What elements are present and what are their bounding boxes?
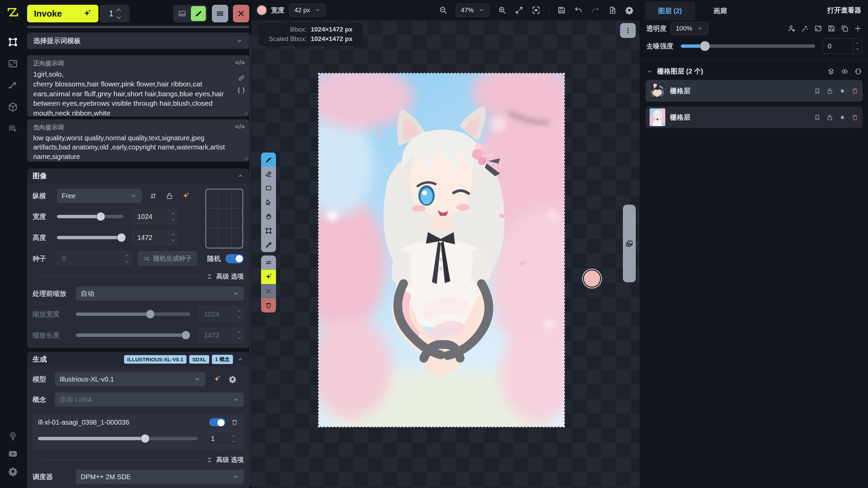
zoom-level-select[interactable]: 47% (456, 4, 490, 17)
step-down-icon[interactable] (172, 217, 175, 221)
queue-menu-button[interactable] (212, 5, 228, 22)
height-input[interactable]: 1472 (132, 230, 178, 245)
fit-bbox-icon[interactable] (532, 6, 540, 15)
color-picker-tool-button[interactable] (261, 238, 276, 252)
embedding-code-icon[interactable]: </> (235, 123, 245, 130)
delete-region-button[interactable] (261, 298, 276, 312)
undo-icon[interactable] (574, 6, 583, 15)
brush-width-select[interactable]: 42 px (289, 4, 326, 17)
add-lora-select[interactable]: 添加 LoRA (55, 392, 244, 407)
lock-aspect-icon[interactable] (165, 192, 174, 200)
aspect-select[interactable]: Free (57, 189, 142, 203)
model-settings-gear-icon[interactable] (229, 375, 237, 383)
group-frame-icon[interactable] (854, 68, 862, 75)
width-input[interactable]: 1024 (132, 209, 178, 224)
iterations-down-icon[interactable] (116, 14, 121, 19)
resize-handle[interactable] (242, 155, 248, 160)
nav-queue-tab[interactable] (7, 123, 18, 134)
merge-layers-icon[interactable] (827, 68, 835, 75)
scale-before-select[interactable]: 自动 (76, 286, 244, 301)
canvas-area[interactable]: 宽度 42 px 47% (251, 0, 640, 488)
save-canvas-icon[interactable] (557, 6, 566, 15)
braces-icon[interactable]: { } (238, 86, 245, 94)
youtube-icon[interactable] (8, 449, 18, 459)
nav-models-tab[interactable] (7, 102, 18, 113)
duplicate-layer-icon[interactable] (841, 24, 849, 33)
embedding-code-icon[interactable]: </> (235, 59, 245, 66)
image-section-header[interactable]: 图像 (27, 168, 249, 183)
step-up-icon[interactable] (172, 213, 175, 216)
generation-advanced-options[interactable]: 高级 选项 (33, 455, 244, 464)
scale-layer-icon[interactable] (814, 24, 822, 33)
height-slider[interactable] (57, 236, 123, 239)
brush-tool-button[interactable] (261, 152, 276, 167)
tab-layers[interactable]: 图层 (2) (645, 1, 695, 20)
negative-prompt-box[interactable]: 负向提示词 low quality,worst quality,normal q… (27, 119, 249, 162)
pan-tool-button[interactable] (261, 209, 276, 224)
swap-dimensions-icon[interactable] (149, 192, 157, 200)
step-up-icon[interactable] (232, 435, 236, 438)
invoke-sparkle-button[interactable] (261, 270, 276, 284)
send-to-gallery-button[interactable] (175, 6, 190, 21)
bookmark-icon[interactable] (814, 87, 821, 95)
positive-prompt-box[interactable]: 正向提示词 1girl,solo, cherry blossoms,hair f… (27, 55, 249, 117)
step-down-icon[interactable] (172, 238, 175, 242)
delete-layer-trash-icon[interactable] (851, 87, 859, 95)
nav-workflows-tab[interactable] (7, 80, 18, 91)
nav-upscaling-tab[interactable] (7, 58, 18, 69)
delete-layer-trash-icon[interactable] (851, 114, 859, 121)
model-select[interactable]: Illustrious-XL-v0.1 (55, 372, 205, 386)
zoom-in-icon[interactable] (498, 6, 507, 15)
filters-button[interactable] (261, 256, 276, 270)
lora-weight-input[interactable]: 1 (206, 432, 238, 445)
random-seed-toggle[interactable] (225, 254, 244, 263)
filter-layer-icon[interactable] (788, 24, 796, 33)
eraser-tool-button[interactable] (261, 167, 276, 181)
iterations-up-icon[interactable] (116, 8, 121, 13)
tab-gallery[interactable]: 画廊 (695, 1, 745, 20)
iterations-stepper[interactable]: 1 (100, 5, 130, 22)
denoise-slider[interactable] (681, 44, 815, 48)
open-viewer-link[interactable]: 打开查看器 (827, 6, 861, 15)
canvas-settings-gear-icon[interactable] (625, 6, 634, 15)
step-up-icon[interactable] (172, 234, 175, 237)
step-down-icon[interactable] (232, 439, 236, 443)
send-to-canvas-button[interactable] (191, 6, 206, 21)
layer-row[interactable]: 栅格层 (646, 80, 863, 102)
unlock-icon[interactable] (826, 114, 833, 121)
width-slider[interactable] (57, 215, 123, 218)
opacity-select[interactable]: 100% (671, 22, 708, 35)
transform-wand-icon[interactable] (801, 24, 809, 33)
slider-knob[interactable] (700, 41, 710, 51)
visibility-dot-icon[interactable] (839, 114, 846, 121)
lora-enabled-toggle[interactable] (209, 418, 225, 426)
bookmark-icon[interactable] (814, 114, 821, 121)
group-visibility-eye-icon[interactable] (841, 68, 848, 75)
brush-color-swatch[interactable] (257, 6, 266, 15)
resize-handle[interactable] (242, 110, 248, 115)
cancel-queue-button[interactable] (233, 5, 249, 22)
generation-section-header[interactable]: 生成 ILLUSTRIOUS-XL-V0.1 SDXL 1 概念 (27, 352, 249, 367)
gallery-drawer-handle[interactable] (623, 205, 636, 282)
optimize-size-sparkle-icon[interactable] (182, 192, 190, 200)
lora-weight-slider[interactable] (38, 437, 198, 440)
canvas-menu-button[interactable] (620, 23, 636, 38)
help-bulb-icon[interactable] (8, 431, 18, 441)
invoke-button[interactable]: Invoke (27, 5, 98, 22)
fit-to-view-icon[interactable] (515, 6, 524, 15)
move-tool-button[interactable] (261, 195, 276, 209)
layer-row[interactable]: 栅格层 (646, 106, 863, 128)
bbox-tool-button[interactable] (261, 224, 276, 238)
nav-canvas-tab[interactable] (7, 37, 18, 47)
link-prompts-icon[interactable] (238, 74, 245, 82)
scheduler-select[interactable]: DPM++ 2M SDE (76, 470, 244, 484)
negative-prompt-text[interactable]: low quality,worst quality,normal quality… (33, 134, 232, 161)
denoise-input[interactable]: 0 (823, 38, 862, 54)
settings-gear-icon[interactable] (8, 466, 18, 476)
image-advanced-options[interactable]: 高级 选项 (33, 272, 244, 281)
visibility-dot-icon[interactable] (839, 87, 846, 95)
raster-layers-group-header[interactable]: 栅格图层 (2 个) (640, 61, 868, 80)
lora-trash-icon[interactable] (231, 419, 238, 426)
positive-prompt-text[interactable]: 1girl,solo, cherry blossoms,hair flower,… (33, 69, 232, 118)
zoom-out-icon[interactable] (439, 6, 448, 15)
